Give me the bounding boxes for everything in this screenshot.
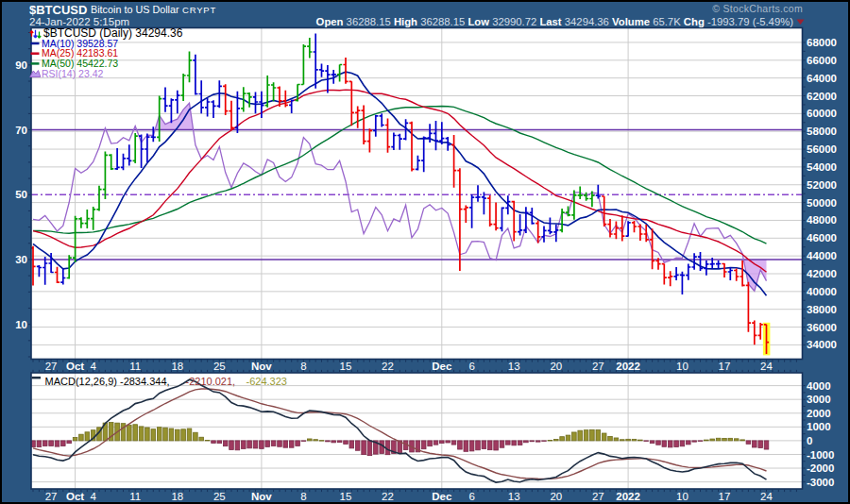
svg-text:38000: 38000 [807,304,837,315]
svg-text:24: 24 [760,361,773,372]
svg-text:8: 8 [300,361,306,372]
svg-text:36000: 36000 [807,322,837,333]
svg-text:Nov: Nov [251,491,272,502]
svg-text:© StockCharts.com: © StockCharts.com [712,3,803,14]
svg-text:MACD(12,26,9) -2834.344,: MACD(12,26,9) -2834.344, [45,376,170,387]
svg-text:4: 4 [90,491,96,502]
svg-text:56000: 56000 [807,143,837,155]
svg-text:40000: 40000 [807,286,837,297]
svg-text:11: 11 [129,361,141,372]
svg-text:-2000: -2000 [807,462,834,474]
svg-text:17: 17 [719,361,731,372]
svg-text:27: 27 [45,361,58,372]
svg-text:27: 27 [592,491,604,502]
svg-text:-1000: -1000 [807,449,834,461]
svg-text:11: 11 [129,491,141,502]
svg-text:44000: 44000 [807,250,837,261]
svg-text:64000: 64000 [807,73,837,84]
svg-text:Dec: Dec [432,361,452,372]
svg-text:-3000: -3000 [807,477,834,488]
svg-text:0: 0 [807,435,812,446]
svg-text:2022: 2022 [616,491,640,502]
svg-text:60000: 60000 [807,108,837,119]
svg-text:15: 15 [340,361,352,372]
svg-text:6: 6 [468,361,474,372]
svg-text:66000: 66000 [807,55,837,66]
svg-text:25: 25 [213,361,226,372]
svg-text:46000: 46000 [807,232,837,244]
svg-text:50000: 50000 [807,197,837,209]
svg-text:42000: 42000 [807,268,837,279]
svg-text:54000: 54000 [807,161,837,173]
svg-text:10: 10 [676,491,688,502]
svg-text:58000: 58000 [807,126,837,137]
svg-text:62000: 62000 [807,91,837,102]
svg-text:70: 70 [15,125,27,136]
svg-text:2000: 2000 [807,408,831,419]
svg-text:68000: 68000 [807,37,837,48]
svg-text:Oct: Oct [66,491,84,502]
svg-text:24-Jan-2022 5:15pm: 24-Jan-2022 5:15pm [29,16,129,27]
svg-text:4: 4 [90,361,96,372]
svg-text:CRYPT: CRYPT [182,5,216,15]
svg-text:18: 18 [171,491,183,502]
svg-text:Bitcoin to US Dollar: Bitcoin to US Dollar [91,4,179,15]
svg-text:Dec: Dec [432,491,452,502]
svg-text:10: 10 [676,361,688,372]
svg-text:6: 6 [468,491,474,502]
svg-text:3000: 3000 [807,394,831,405]
svg-text:24: 24 [760,491,773,502]
svg-text:RSI(14) 23.42: RSI(14) 23.42 [42,68,104,79]
svg-text:4000: 4000 [807,380,831,392]
svg-text:-2210.021,: -2210.021, [186,376,236,387]
svg-text:22: 22 [382,491,394,502]
svg-text:17: 17 [719,491,731,502]
svg-text:8: 8 [300,491,306,502]
svg-text:50: 50 [15,189,27,200]
svg-text:34000: 34000 [807,339,837,350]
svg-text:$BTCUSD: $BTCUSD [29,3,87,17]
svg-text:10: 10 [15,319,27,330]
svg-text:1000: 1000 [807,421,831,432]
svg-text:2022: 2022 [616,361,640,372]
svg-text:52000: 52000 [807,179,837,191]
svg-text:Oct: Oct [66,361,84,372]
svg-text:15: 15 [340,491,352,502]
svg-text:22: 22 [382,361,394,372]
svg-text:20: 20 [550,491,562,502]
svg-text:27: 27 [45,491,58,502]
svg-text:Nov: Nov [251,361,272,372]
svg-text:20: 20 [550,361,562,372]
svg-text:18: 18 [171,361,183,372]
svg-text:25: 25 [213,491,226,502]
svg-text:13: 13 [508,491,520,502]
svg-text:48000: 48000 [807,214,837,226]
svg-text:90: 90 [15,59,27,71]
svg-text:30: 30 [15,254,27,265]
svg-text:-624.323: -624.323 [246,376,287,387]
svg-text:13: 13 [508,361,520,372]
svg-text:27: 27 [592,361,604,372]
svg-text:Open 36288.15 High 36288.15 Lo: Open 36288.15 High 36288.15 Low 32990.72… [316,16,794,27]
